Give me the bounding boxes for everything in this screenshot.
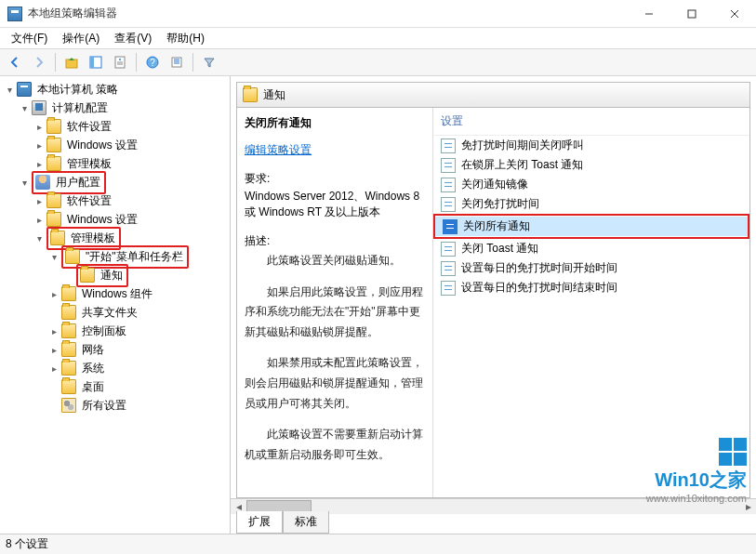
tree-notifications[interactable]: ▸通知 <box>60 266 230 284</box>
gears-icon <box>61 398 76 413</box>
policy-item-icon <box>443 219 458 234</box>
up-button[interactable] <box>60 51 83 73</box>
tab-extended[interactable]: 扩展 <box>236 511 283 534</box>
svg-text:?: ? <box>150 58 155 68</box>
setting-item[interactable]: 设置每日的免打扰时间开始时间 <box>433 258 749 278</box>
folder-icon <box>46 156 61 171</box>
app-icon <box>7 7 22 21</box>
show-tree-button[interactable] <box>85 51 107 73</box>
maximize-button[interactable] <box>670 0 713 27</box>
tree-item[interactable]: ▸共享文件夹 <box>45 303 230 322</box>
export-button[interactable] <box>166 51 188 73</box>
setting-item[interactable]: 关闭免打扰时间 <box>433 194 749 214</box>
scroll-right-arrow[interactable]: ▸ <box>740 499 756 515</box>
settings-list: 免打扰时间期间关闭呼叫 在锁屏上关闭 Toast 通知 关闭通知镜像 关闭免打扰… <box>433 136 749 297</box>
menu-file[interactable]: 文件(F) <box>4 29 55 48</box>
user-icon <box>35 175 50 190</box>
policy-title: 关闭所有通知 <box>245 115 425 131</box>
tree-item[interactable]: ▸控制面板 <box>45 322 230 340</box>
svg-rect-6 <box>90 57 94 68</box>
policy-item-icon <box>441 178 456 192</box>
setting-item[interactable]: 设置每日的免打扰时间结束时间 <box>433 278 749 297</box>
close-button[interactable] <box>713 0 756 27</box>
window-title: 本地组策略编辑器 <box>28 6 117 21</box>
setting-item[interactable]: 免打扰时间期间关闭呼叫 <box>433 136 749 155</box>
folder-icon <box>61 323 76 338</box>
tree-start-taskbar[interactable]: ▾ "开始"菜单和任务栏 <box>45 247 230 266</box>
menu-view[interactable]: 查看(V) <box>107 29 159 48</box>
folder-icon <box>46 119 61 134</box>
folder-icon <box>50 231 65 245</box>
setting-item[interactable]: 关闭通知镜像 <box>433 175 749 194</box>
properties-button[interactable] <box>109 51 131 73</box>
svg-rect-4 <box>66 59 77 68</box>
folder-icon <box>46 138 61 152</box>
policy-item-icon <box>441 158 456 173</box>
folder-title: 通知 <box>263 87 285 103</box>
svg-rect-1 <box>688 10 696 18</box>
right-pane: 通知 关闭所有通知 编辑策略设置 要求: Windows Server 2012… <box>231 76 756 534</box>
tree-item[interactable]: ▸Windows 设置 <box>30 210 230 229</box>
detail-pane: 关闭所有通知 编辑策略设置 要求: Windows Server 2012、Wi… <box>237 108 432 497</box>
tree-label: 计算机配置 <box>50 99 110 117</box>
status-text: 8 个设置 <box>6 536 48 552</box>
edit-policy-link[interactable]: 编辑策略设置 <box>245 142 312 158</box>
folder-icon <box>61 342 76 357</box>
menu-action[interactable]: 操作(A) <box>55 29 107 48</box>
folder-icon <box>61 361 76 376</box>
help-button[interactable]: ? <box>141 51 164 73</box>
titlebar: 本地组策略编辑器 <box>0 0 756 28</box>
desc-label: 描述: <box>245 233 425 249</box>
setting-item[interactable]: 关闭 Toast 通知 <box>433 239 749 258</box>
svg-point-8 <box>119 59 121 60</box>
tab-standard[interactable]: 标准 <box>283 511 329 534</box>
tree-user-config[interactable]: ▾ 用户配置 <box>15 173 230 191</box>
policy-item-icon <box>441 138 456 153</box>
folder-icon <box>243 87 258 102</box>
filter-button[interactable] <box>198 51 220 73</box>
back-button[interactable] <box>4 51 26 73</box>
requires-text: Windows Server 2012、Windows 8 或 Windows … <box>245 189 425 220</box>
tree-item[interactable]: ▸网络 <box>45 340 230 359</box>
view-tabs: 扩展 标准 <box>231 513 756 534</box>
tree-item[interactable]: ▸软件设置 <box>30 191 230 210</box>
tree-item[interactable]: ▸桌面 <box>45 377 230 396</box>
toolbar: ? <box>0 48 756 76</box>
computer-icon <box>32 100 46 115</box>
policy-item-icon <box>441 261 456 276</box>
settings-column-header[interactable]: 设置 <box>433 108 749 136</box>
policy-icon <box>17 82 32 97</box>
policy-item-icon <box>441 197 456 212</box>
tree-item[interactable]: ▸系统 <box>45 359 230 377</box>
requires-label: 要求: <box>245 171 425 187</box>
folder-icon <box>80 268 95 283</box>
folder-icon <box>61 379 76 394</box>
status-bar: 8 个设置 <box>0 534 756 554</box>
tree-root[interactable]: ▾ 本地计算机 策略 <box>0 80 230 99</box>
policy-item-icon <box>441 242 456 257</box>
window-controls <box>628 0 756 27</box>
tree-item[interactable]: ▸Windows 设置 <box>30 136 230 154</box>
menubar: 文件(F) 操作(A) 查看(V) 帮助(H) <box>0 28 756 48</box>
tree-item[interactable]: ▸管理模板 <box>30 154 230 173</box>
forward-button[interactable] <box>28 51 50 73</box>
policy-item-icon <box>441 281 456 296</box>
description-text: 此策略设置关闭磁贴通知。 如果启用此策略设置，则应用程序和系统功能无法在"开始"… <box>245 251 425 465</box>
minimize-button[interactable] <box>628 0 670 27</box>
folder-icon <box>65 249 80 264</box>
menu-help[interactable]: 帮助(H) <box>159 29 212 48</box>
settings-list-pane: 设置 免打扰时间期间关闭呼叫 在锁屏上关闭 Toast 通知 关闭通知镜像 关闭… <box>432 108 749 497</box>
tree-pane[interactable]: ▾ 本地计算机 策略 ▾ 计算机配置 ▸软件设置 ▸Windows 设置 ▸管理… <box>0 76 231 534</box>
setting-item-selected[interactable]: 关闭所有通知 <box>435 217 748 236</box>
tree-item[interactable]: ▸所有设置 <box>45 396 230 415</box>
tree-computer-config[interactable]: ▾ 计算机配置 <box>15 99 230 117</box>
setting-item[interactable]: 在锁屏上关闭 Toast 通知 <box>433 155 749 175</box>
tree-item[interactable]: ▸Windows 组件 <box>45 284 230 303</box>
folder-icon <box>46 193 61 208</box>
tree-item[interactable]: ▸软件设置 <box>30 117 230 136</box>
folder-icon <box>61 286 76 301</box>
folder-header: 通知 <box>236 82 750 108</box>
folder-icon <box>46 212 61 227</box>
main-area: ▾ 本地计算机 策略 ▾ 计算机配置 ▸软件设置 ▸Windows 设置 ▸管理… <box>0 76 756 534</box>
tree-root-label: 本地计算机 策略 <box>35 81 120 99</box>
